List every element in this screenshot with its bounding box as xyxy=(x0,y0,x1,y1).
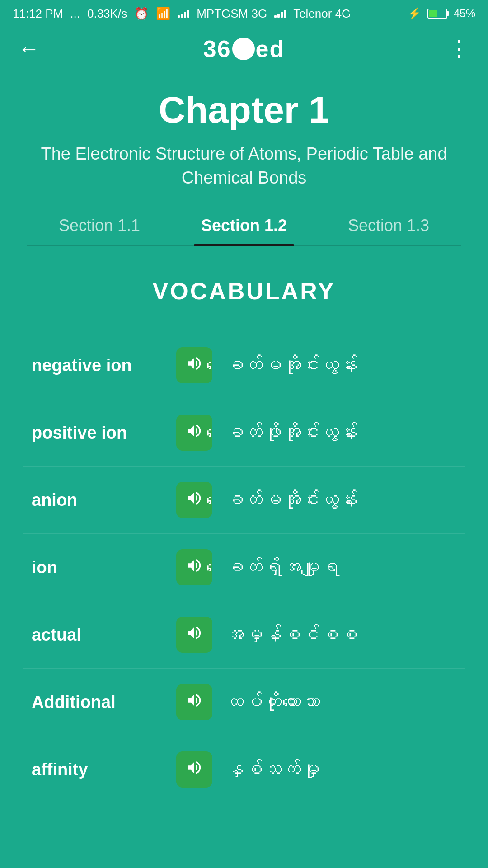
vocab-row: anion ခေတ်မအိုင်းယွန်း xyxy=(23,467,465,534)
status-left: 11:12 PM ... 0.33K/s ⏰ 📶 MPTGSM 3G Telen… xyxy=(13,7,351,21)
more-options-button[interactable]: ⋮ xyxy=(448,38,470,60)
vocab-term: Additional xyxy=(32,693,176,712)
status-bar: 11:12 PM ... 0.33K/s ⏰ 📶 MPTGSM 3G Telen… xyxy=(0,0,488,27)
network-type2: Telenor 4G xyxy=(293,7,351,21)
audio-button[interactable] xyxy=(176,415,212,451)
vocab-row: negative ion ခေတ်မအိုင်းယွန်း xyxy=(23,332,465,399)
vocab-term: anion xyxy=(32,491,176,510)
vocab-row: Additional ထပ်တိုးထားသော xyxy=(23,669,465,736)
tab-section-1-1[interactable]: Section 1.1 xyxy=(27,203,172,245)
audio-button[interactable] xyxy=(176,751,212,788)
back-button[interactable]: ← xyxy=(18,38,40,60)
speaker-icon xyxy=(186,557,203,578)
vocab-row: affinity နှစ်သက်မှု xyxy=(23,736,465,803)
logo-text-part2: ed xyxy=(256,36,285,62)
chapter-title: Chapter 1 xyxy=(27,89,461,131)
logo-globe-icon xyxy=(232,38,255,60)
vocab-translation: နှစ်သက်မှု xyxy=(225,759,320,780)
speaker-icon xyxy=(186,692,203,713)
chapter-subtitle: The Electronic Structure of Atoms, Perio… xyxy=(27,142,461,190)
vocab-translation: ခေတ်ဖိုအိုင်းယွန်း xyxy=(225,422,358,443)
dots-indicator: ... xyxy=(70,7,80,21)
vocab-row: actual အမှန်စင်စစ xyxy=(23,601,465,669)
speaker-icon xyxy=(186,422,203,443)
speaker-icon xyxy=(186,759,203,780)
audio-button[interactable] xyxy=(176,549,212,585)
vocab-term: actual xyxy=(32,625,176,645)
battery-indicator xyxy=(427,9,447,19)
signal1-icon xyxy=(178,7,189,21)
network-type1: MPTGSM 3G xyxy=(197,7,267,21)
charging-icon: ⚡ xyxy=(408,7,421,20)
vocab-translation: အမှန်စင်စစ xyxy=(225,624,358,646)
tab-section-1-2[interactable]: Section 1.2 xyxy=(172,203,316,245)
tab-section-1-3[interactable]: Section 1.3 xyxy=(316,203,461,245)
vocab-row: ion ခေတ်ရှိအမျှုရ xyxy=(23,534,465,601)
alarm-icon: ⏰ xyxy=(134,7,149,21)
vocab-translation: ခေတ်မအိုင်းယွန်း xyxy=(225,354,358,376)
audio-button[interactable] xyxy=(176,347,212,383)
speaker-icon xyxy=(186,355,203,376)
app-logo: 36ed xyxy=(203,35,285,62)
vocab-term: positive ion xyxy=(32,423,176,443)
vocab-translation: ခေတ်ရှိအမျှုရ xyxy=(225,557,340,578)
network-speed: 0.33K/s xyxy=(87,7,127,21)
vocab-translation: ထပ်တိုးထားသော xyxy=(225,691,320,713)
status-right: ⚡ 45% xyxy=(408,7,475,20)
vocab-row: positive ion ခေတ်ဖိုအိုင်းယွန်း xyxy=(23,399,465,467)
vocab-list: negative ion ခေတ်မအိုင်းယွန်းpositive io… xyxy=(23,332,465,803)
battery-percent: 45% xyxy=(454,7,475,20)
time-display: 11:12 PM xyxy=(13,7,63,21)
audio-button[interactable] xyxy=(176,684,212,720)
speaker-icon xyxy=(186,490,203,511)
audio-button[interactable] xyxy=(176,617,212,653)
logo-text-part1: 36 xyxy=(203,36,231,62)
vocab-term: negative ion xyxy=(32,356,176,375)
tabs-container: Section 1.1 Section 1.2 Section 1.3 xyxy=(27,203,461,246)
vocab-term: ion xyxy=(32,558,176,577)
audio-button[interactable] xyxy=(176,482,212,518)
wifi-icon: 📶 xyxy=(156,7,170,21)
speaker-icon xyxy=(186,624,203,646)
signal2-icon xyxy=(274,7,286,21)
chapter-area: Chapter 1 The Electronic Structure of At… xyxy=(0,71,488,255)
content-area: VOCABULARY negative ion ခေတ်မအိုင်းယွန်း… xyxy=(0,255,488,840)
vocab-heading: VOCABULARY xyxy=(23,278,465,305)
vocab-translation: ခေတ်မအိုင်းယွန်း xyxy=(225,489,358,511)
toolbar: ← 36ed ⋮ xyxy=(0,27,488,71)
vocab-term: affinity xyxy=(32,760,176,779)
